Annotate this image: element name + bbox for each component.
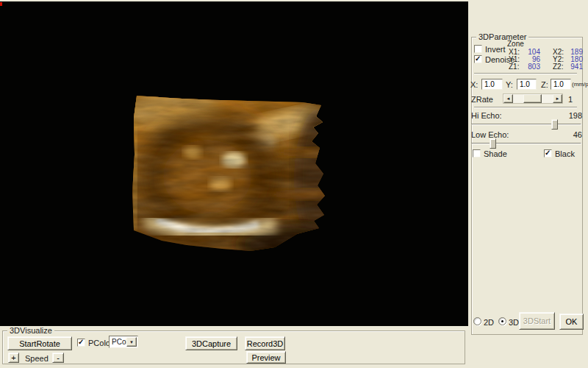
zrate-right-arrow-button[interactable]: ► <box>553 94 562 103</box>
pcolor-checkbox[interactable]: ✓ <box>77 339 85 347</box>
pcolor-select[interactable]: PColor ▼ <box>109 336 138 348</box>
zone-z2-value: 941 <box>555 63 583 71</box>
invert-label: Invert <box>485 46 506 54</box>
zrate-left-arrow-button[interactable]: ◄ <box>503 94 513 103</box>
visualize-panel: 3DVisualize StartRotate + Speed - ✓ PCol… <box>0 326 468 368</box>
chevron-down-icon: ▼ <box>129 340 134 344</box>
hi-echo-slider-track[interactable] <box>471 124 581 125</box>
zone-z1-value: 803 <box>512 63 540 71</box>
z-scale-label: Z: <box>541 81 548 89</box>
x-scale-label: X: <box>470 81 478 89</box>
hi-echo-slider-thumb[interactable] <box>551 119 558 130</box>
start3d-button[interactable]: 3DStart <box>519 312 555 330</box>
mode-2d-radio[interactable] <box>473 317 481 325</box>
mode-3d-radio[interactable] <box>498 317 506 325</box>
zone-title: Zone <box>507 40 524 48</box>
shade-label: Shade <box>484 150 507 158</box>
speed-minus-button[interactable]: - <box>52 353 64 363</box>
invert-checkbox[interactable]: ✓ <box>474 45 482 53</box>
ok-button[interactable]: OK <box>559 314 584 330</box>
zrate-scrollbar-thumb[interactable] <box>523 94 542 103</box>
mode-3d-label: 3D <box>509 319 519 327</box>
check-icon: ✓ <box>545 149 551 157</box>
check-icon: ✓ <box>78 338 84 346</box>
viewport-corner-marker <box>0 2 2 6</box>
mode-2d-label: 2D <box>484 319 494 327</box>
shade-checkbox[interactable]: ✓ <box>473 149 481 158</box>
denoise-checkbox[interactable]: ✓ <box>474 55 482 63</box>
check-icon: ✓ <box>475 54 481 63</box>
capture-3d-button[interactable]: 3DCapture <box>185 336 237 350</box>
pcolor-select-arrow-button[interactable]: ▼ <box>126 337 137 347</box>
y-scale-label: Y: <box>506 81 513 89</box>
preview-button[interactable]: Preview <box>246 351 286 364</box>
application-window: 3DParameter ✓ Invert ✓ Denoise Zone X1: … <box>0 0 588 368</box>
render-viewport[interactable] <box>0 1 468 326</box>
black-label: Black <box>555 150 575 158</box>
arrow-right-icon: ► <box>556 96 560 101</box>
low-echo-slider-thumb[interactable] <box>490 138 496 149</box>
low-echo-slider[interactable] <box>471 138 581 149</box>
zrate-scrollbar[interactable]: ◄ ► <box>503 93 563 104</box>
start-rotate-button[interactable]: StartRotate <box>7 336 72 350</box>
record-3d-button[interactable]: Record3D <box>245 336 285 350</box>
x-scale-input[interactable] <box>481 79 503 90</box>
black-checkbox[interactable]: ✓ <box>544 149 552 158</box>
arrow-left-icon: ◄ <box>506 96 511 101</box>
zrate-label: ZRate <box>471 96 493 104</box>
ultrasound-render <box>0 1 468 326</box>
scale-unit-label: (mm/p) <box>572 81 588 88</box>
y-scale-input[interactable] <box>517 79 537 90</box>
low-echo-slider-track[interactable] <box>471 143 581 144</box>
parameter-panel: 3DParameter ✓ Invert ✓ Denoise Zone X1: … <box>468 0 588 368</box>
visualize-group-title: 3DVisualize <box>7 327 54 335</box>
z-scale-input[interactable] <box>551 79 571 90</box>
divider <box>474 73 577 74</box>
hi-echo-slider[interactable] <box>471 119 581 130</box>
zrate-value: 1 <box>568 96 573 104</box>
speed-plus-button[interactable]: + <box>8 353 19 363</box>
speed-label: Speed <box>25 355 49 363</box>
divider <box>474 107 577 108</box>
